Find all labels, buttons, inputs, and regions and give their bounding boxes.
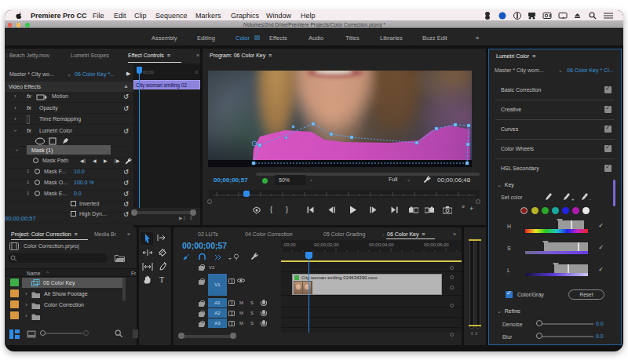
- svg-text:+: +: [571, 197, 575, 202]
- svg-text:-: -: [590, 197, 591, 202]
